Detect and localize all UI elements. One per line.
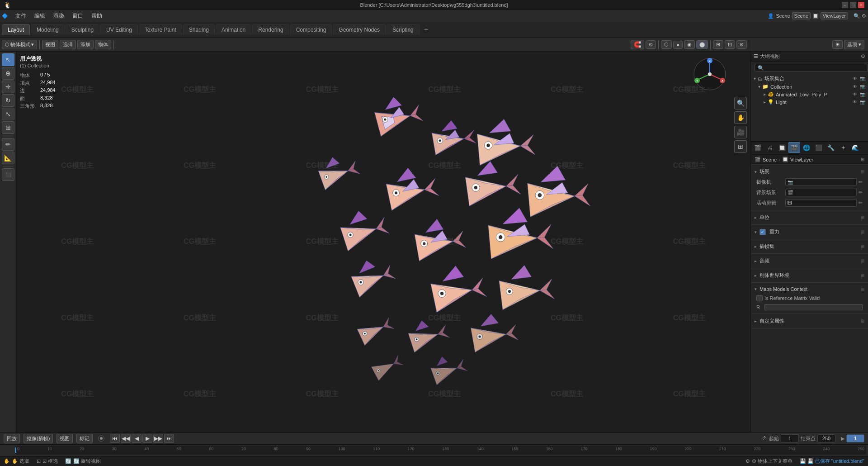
- scene-section-extra[interactable]: ⊞: [861, 169, 864, 174]
- scale-tool-button[interactable]: ⤡: [2, 108, 14, 120]
- tab-sculpting[interactable]: Sculpting: [66, 24, 99, 35]
- keying-extra[interactable]: ⊞: [861, 244, 864, 249]
- scene-selector[interactable]: Scene: [792, 12, 811, 19]
- outliner-search[interactable]: [755, 64, 868, 72]
- select-menu[interactable]: 选择: [60, 40, 76, 49]
- rigid-body-extra[interactable]: ⊞: [861, 273, 864, 278]
- pan-button[interactable]: ✋: [734, 111, 747, 124]
- maps-models-header[interactable]: ▾ Maps Models Context ⊞: [751, 285, 868, 294]
- clip-edit-icon[interactable]: ✏: [859, 200, 863, 206]
- object-props-tab[interactable]: ⬛: [813, 142, 825, 153]
- viewport-shading-material[interactable]: ◉: [684, 40, 695, 49]
- viewport-shading-solid[interactable]: ●: [673, 41, 683, 49]
- tab-rendering[interactable]: Rendering: [252, 24, 289, 35]
- end-frame-input[interactable]: 250: [817, 434, 835, 442]
- measure-button[interactable]: 📐: [2, 152, 14, 164]
- view-menu[interactable]: 视图: [42, 40, 58, 49]
- add-workspace-button[interactable]: +: [420, 24, 432, 36]
- jump-to-end-button[interactable]: ⏭: [164, 434, 174, 443]
- viewlayer-selector[interactable]: ViewLayer: [821, 12, 848, 19]
- gravity-header[interactable]: ▾ 重力 ⊞: [751, 227, 868, 237]
- maps-models-extra[interactable]: ⊞: [861, 287, 864, 292]
- viewport-shading-render[interactable]: ⬤: [696, 40, 708, 49]
- viewport-3d[interactable]: CG模型主 CG模型主 CG模型主 CG模型主 CG模型主 CG模型主 CG模型…: [16, 52, 750, 433]
- minimize-button[interactable]: –: [842, 2, 848, 8]
- camera-input[interactable]: 📷: [785, 178, 857, 186]
- search-icon[interactable]: 🔍: [854, 13, 860, 19]
- gizmo-toggle[interactable]: ⊞: [713, 40, 723, 49]
- rigid-body-header[interactable]: ▸ 刚体世界环境 ⊞: [751, 270, 868, 281]
- proportional-edit[interactable]: ⊙: [646, 40, 656, 49]
- audio-header[interactable]: ▸ 音频 ⊞: [751, 256, 868, 266]
- maximize-button[interactable]: □: [850, 2, 856, 8]
- tab-scripting[interactable]: Scripting: [387, 24, 420, 35]
- collection-visibility[interactable]: 👁: [853, 84, 857, 89]
- custom-props-extra[interactable]: ⊞: [861, 319, 864, 323]
- grid-button[interactable]: ⊞: [734, 140, 747, 153]
- scene-props-tab[interactable]: 🎬: [788, 142, 800, 153]
- ref-matrix-checkbox[interactable]: [756, 295, 763, 301]
- cursor-tool-button[interactable]: ⊕: [2, 67, 14, 80]
- select-tool-button[interactable]: ↖: [2, 53, 14, 66]
- timeline-track[interactable]: 0 10 20 30 40 50 60 70 80 90 100 110 120…: [15, 446, 866, 455]
- add-cube-button[interactable]: ⬛: [2, 168, 14, 181]
- collection-hide[interactable]: 📷: [860, 84, 865, 89]
- xray-toggle[interactable]: ⊘: [736, 40, 747, 49]
- outliner-filter-btn[interactable]: ⚙: [861, 53, 865, 59]
- active-clip-input[interactable]: 🎞: [785, 199, 857, 207]
- interpolation-menu[interactable]: 抠像(插帧): [24, 434, 53, 443]
- outliner-filter[interactable]: ⊞: [832, 40, 843, 49]
- tab-texture-paint[interactable]: Texture Paint: [139, 24, 182, 35]
- outliner-options[interactable]: 选项 ▾: [844, 40, 864, 49]
- start-frame-input[interactable]: 1: [781, 434, 799, 442]
- next-frame-button[interactable]: ▶▶: [153, 434, 163, 443]
- tab-animation[interactable]: Animation: [216, 24, 251, 35]
- current-frame-input[interactable]: 1: [846, 434, 864, 442]
- menu-window[interactable]: 窗口: [69, 11, 87, 21]
- tab-geometry-nodes[interactable]: Geometry Nodes: [333, 24, 386, 35]
- fish-visibility[interactable]: 👁: [853, 92, 857, 97]
- playback-menu[interactable]: 回放: [4, 434, 20, 443]
- tab-modeling[interactable]: Modeling: [31, 24, 65, 35]
- viewport-gizmo[interactable]: Z X Y: [692, 56, 728, 92]
- bg-scene-input[interactable]: 🎬: [785, 189, 857, 196]
- viewport-shading-wire[interactable]: ⬡: [661, 40, 672, 49]
- collection-item[interactable]: ▾ 📁 Collection 👁 📷: [751, 83, 868, 90]
- units-header[interactable]: ▸ 单位 ⊞: [751, 212, 868, 223]
- scene-section-header[interactable]: ▾ 场景 ⊞: [751, 166, 868, 177]
- camera-edit-icon[interactable]: ✏: [859, 179, 863, 185]
- play-button[interactable]: ▶: [142, 434, 152, 443]
- close-button[interactable]: ×: [858, 2, 864, 8]
- overlay-toggle[interactable]: ⊡: [725, 40, 735, 49]
- snap-toggle[interactable]: 🧲: [631, 40, 644, 49]
- audio-extra[interactable]: ⊞: [861, 258, 864, 263]
- bc-expand-icon[interactable]: ⊞: [861, 157, 864, 162]
- filter-icon[interactable]: ⚙: [862, 13, 866, 19]
- marker-menu[interactable]: 标记: [76, 434, 93, 443]
- modifier-props-tab[interactable]: 🔧: [825, 142, 837, 153]
- tab-compositing[interactable]: Compositing: [290, 24, 332, 35]
- rotate-tool-button[interactable]: ↻: [2, 94, 14, 107]
- units-extra[interactable]: ⊞: [861, 215, 864, 220]
- prev-frame-button[interactable]: ◀: [132, 434, 142, 443]
- world-props-tab[interactable]: 🌐: [801, 142, 812, 153]
- menu-render[interactable]: 渲染: [50, 11, 68, 21]
- mode-selector[interactable]: ⬡ 物体模式 ▾: [2, 40, 37, 49]
- scene-bc-label[interactable]: Scene: [763, 157, 777, 162]
- menu-edit[interactable]: 编辑: [31, 11, 49, 21]
- viewlayer-bc-label[interactable]: ViewLayer: [790, 157, 813, 162]
- camera-button[interactable]: 🎥: [734, 126, 747, 138]
- annotate-button[interactable]: ✏: [2, 138, 14, 151]
- keying-sets-header[interactable]: ▸ 插帧集 ⊞: [751, 241, 868, 252]
- custom-props-header[interactable]: ▸ 自定义属性 ⊞: [751, 316, 868, 326]
- fish-object-item[interactable]: ▸ 🐠 Animated_Low_Poly_P 👁 📷: [751, 90, 868, 98]
- object-menu[interactable]: 物体: [95, 40, 111, 49]
- particles-props-tab[interactable]: ✦: [837, 142, 849, 153]
- timeline-ruler[interactable]: 0 10 20 30 40 50 60 70 80 90 100 110 120…: [0, 445, 868, 456]
- tab-layout[interactable]: Layout: [2, 24, 30, 35]
- menu-help[interactable]: 帮助: [88, 11, 106, 21]
- render-props-tab[interactable]: 🎬: [752, 142, 764, 153]
- output-props-tab[interactable]: 🖨: [764, 142, 776, 153]
- add-menu[interactable]: 添加: [77, 40, 94, 49]
- gravity-checkbox[interactable]: [760, 229, 766, 235]
